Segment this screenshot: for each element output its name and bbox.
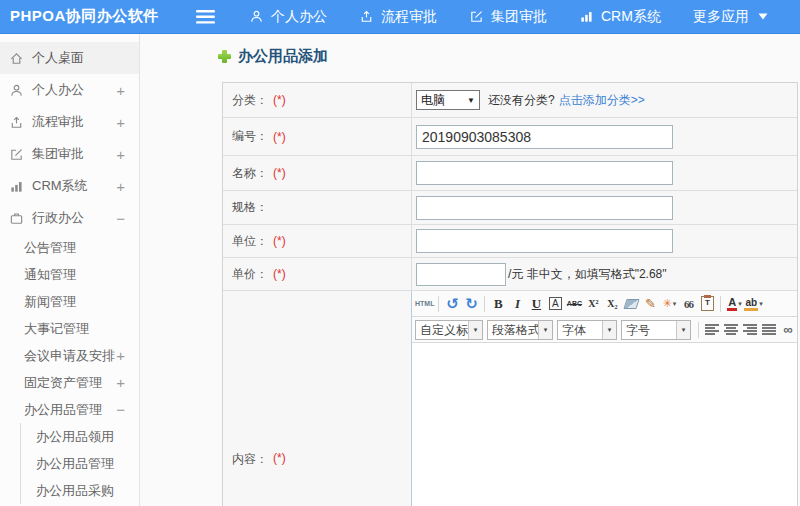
nav-item-4[interactable]: 更多应用 (693, 8, 768, 26)
editor-toolbar-row1: HTML↺↻BIUAABCX²X₂✎✳▾66TA▾ab▾ (412, 291, 797, 317)
nav-item-0[interactable]: 个人办公 (249, 8, 327, 26)
expand-icon[interactable]: + (116, 375, 125, 390)
sidebar-item-label: 办公用品管理 (36, 455, 114, 473)
sidebar-item-1[interactable]: 个人办公+ (0, 74, 139, 106)
flow-icon (359, 9, 374, 24)
auto-typeset-icon[interactable]: ✳▾ (660, 294, 678, 313)
edit-icon (9, 147, 24, 162)
sidebar-item-label: 办公用品管理 (24, 401, 102, 419)
price-required-marker: (*) (273, 267, 286, 281)
nav-item-2[interactable]: 集团审批 (469, 8, 547, 26)
flow-icon (9, 115, 24, 130)
blockquote-icon[interactable]: 66 (679, 294, 697, 313)
unit-input[interactable] (416, 229, 673, 253)
sidebar-item-label: 办公用品领用 (36, 428, 114, 446)
dropdown-caret-icon: ▾ (738, 300, 742, 308)
form-row-code: 编号： (*) (223, 118, 797, 156)
name-input[interactable] (416, 161, 673, 185)
paragraph-select[interactable]: 段落格式▾ (487, 320, 553, 340)
sidebar-item-label: 新闻管理 (24, 293, 76, 311)
nav-item-3[interactable]: CRM系统 (579, 8, 661, 26)
editor-content-area[interactable] (412, 343, 797, 506)
align-left-icon[interactable] (703, 320, 721, 339)
source-code-button[interactable]: HTML (415, 294, 434, 313)
sidebar-item-14[interactable]: 办公用品管理 (20, 450, 139, 477)
sidebar-item-10[interactable]: 会议申请及安排+ (0, 342, 139, 369)
toolbar-separator (484, 296, 485, 312)
expand-icon[interactable]: + (116, 348, 125, 363)
align-left-icon-glyph (705, 324, 719, 335)
toolbar-separator (438, 296, 439, 312)
top-nav: 个人办公流程审批集团审批CRM系统更多应用 (249, 8, 768, 26)
align-justify-icon[interactable] (760, 320, 778, 339)
expand-icon[interactable]: + (116, 147, 125, 162)
italic-icon[interactable]: I (508, 294, 526, 313)
superscript-icon[interactable]: X² (584, 294, 602, 313)
sidebar-item-15[interactable]: 办公用品采购 (20, 477, 139, 504)
eraser-icon[interactable] (622, 294, 640, 313)
font-border-icon[interactable]: A (546, 294, 564, 313)
code-input[interactable] (416, 125, 673, 149)
highlight-icon-glyph: ab (744, 297, 758, 311)
subscript-icon[interactable]: X₂ (603, 294, 621, 313)
caret-down-icon (758, 13, 768, 20)
underline-icon[interactable]: U (527, 294, 545, 313)
spec-label: 规格： (232, 199, 268, 216)
spec-input[interactable] (416, 196, 673, 220)
sidebar-item-4[interactable]: CRM系统+ (0, 170, 139, 202)
sidebar-item-5[interactable]: 行政办公− (0, 202, 139, 234)
dropdown-caret-icon: ▾ (673, 300, 677, 308)
editor-toolbar-row2: 自定义标题▾段落格式▾字体▾字号▾∞ (412, 317, 797, 343)
highlight-icon[interactable]: ab▾ (744, 294, 762, 313)
bold-icon[interactable]: B (489, 294, 507, 313)
sidebar-item-label: 流程审批 (32, 113, 84, 131)
sidebar-item-8[interactable]: 新闻管理 (0, 288, 139, 315)
font-size-select-value: 字号 (622, 321, 676, 339)
sidebar-item-3[interactable]: 集团审批+ (0, 138, 139, 170)
add-supplies-form: 分类： (*) 电脑 ▼ 还没有分类? 点击添加分类>> 编号： (*) (222, 82, 798, 506)
dropdown-caret-icon: ▾ (468, 321, 482, 339)
content-required-marker: (*) (273, 451, 286, 465)
expand-icon[interactable]: + (116, 83, 125, 98)
font-family-select-value: 字体 (558, 321, 602, 339)
font-color-icon[interactable]: A▾ (725, 294, 743, 313)
font-color-icon-glyph: A (727, 297, 737, 311)
user-icon (9, 83, 24, 98)
sidebar-item-13[interactable]: 办公用品领用 (20, 423, 139, 450)
sidebar-item-0[interactable]: 个人桌面 (0, 42, 139, 74)
topbar: PHPOA协同办公软件 个人办公流程审批集团审批CRM系统更多应用 (0, 0, 800, 34)
sidebar-item-2[interactable]: 流程审批+ (0, 106, 139, 138)
sidebar-item-7[interactable]: 通知管理 (0, 261, 139, 288)
sidebar-item-label: CRM系统 (32, 177, 88, 195)
collapse-icon[interactable]: − (116, 211, 125, 226)
nav-item-1[interactable]: 流程审批 (359, 8, 437, 26)
undo-icon[interactable]: ↺ (443, 294, 461, 313)
chart-icon (9, 179, 24, 194)
custom-title-select[interactable]: 自定义标题▾ (415, 320, 483, 340)
select-caret-icon: ▼ (467, 96, 475, 105)
form-row-price: 单价： (*) /元 非中文，如填写格式"2.68" (223, 258, 797, 291)
expand-icon[interactable]: + (116, 179, 125, 194)
paste-text-icon[interactable]: T (698, 294, 716, 313)
briefcase-icon (9, 211, 24, 226)
sidebar-item-6[interactable]: 公告管理 (0, 234, 139, 261)
format-brush-icon[interactable]: ✎ (641, 294, 659, 313)
price-input[interactable] (416, 263, 506, 286)
align-right-icon[interactable] (741, 320, 759, 339)
price-label: 单价： (232, 266, 268, 283)
menu-icon[interactable] (196, 10, 215, 24)
redo-icon[interactable]: ↻ (462, 294, 480, 313)
align-center-icon[interactable] (722, 320, 740, 339)
category-select[interactable]: 电脑 ▼ (416, 90, 480, 110)
collapse-icon[interactable]: − (116, 402, 125, 417)
sidebar-item-11[interactable]: 固定资产管理+ (0, 369, 139, 396)
add-category-link[interactable]: 点击添加分类>> (559, 92, 645, 109)
sidebar-item-9[interactable]: 大事记管理 (0, 315, 139, 342)
sidebar-item-12[interactable]: 办公用品管理− (0, 396, 139, 423)
expand-icon[interactable]: + (116, 115, 125, 130)
font-family-select[interactable]: 字体▾ (557, 320, 617, 340)
font-size-select[interactable]: 字号▾ (621, 320, 691, 340)
link-icon[interactable]: ∞ (779, 320, 797, 339)
price-hint: /元 非中文，如填写格式"2.68" (508, 266, 667, 283)
strikethrough-icon[interactable]: ABC (565, 294, 583, 313)
